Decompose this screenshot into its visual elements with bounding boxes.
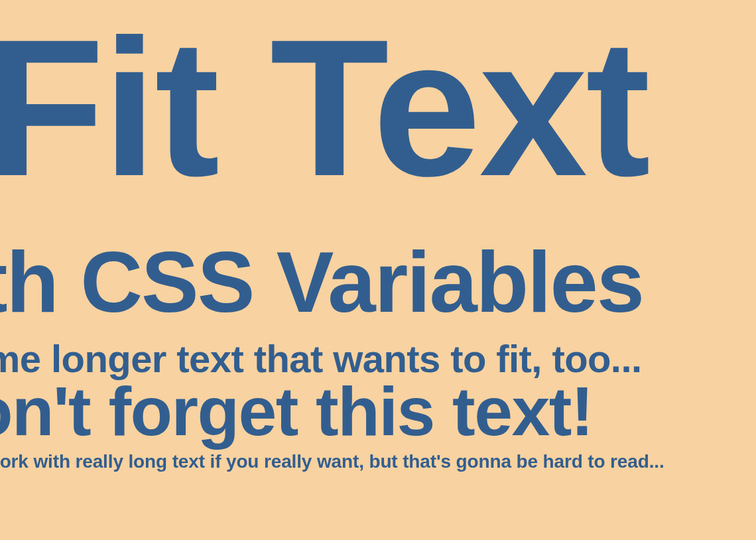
heading-line-5: work with really long text if you really… bbox=[0, 452, 756, 471]
heading-line-1: Fit Text bbox=[0, 5, 756, 210]
heading-line-4: on't forget this text! bbox=[0, 375, 756, 448]
fit-text-demo: Fit Text ith CSS Variables ome longer te… bbox=[0, 0, 756, 540]
heading-line-2: ith CSS Variables bbox=[0, 237, 756, 328]
